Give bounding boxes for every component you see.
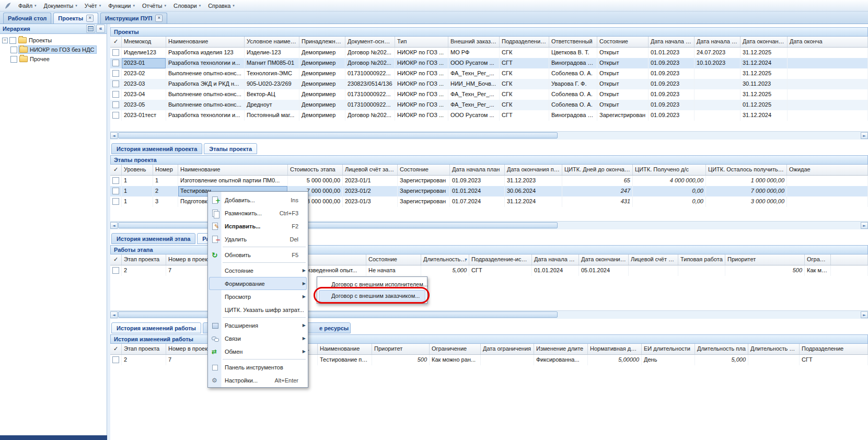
main-tab-2[interactable]: Проекты×	[53, 13, 98, 24]
grid-cell[interactable]: СГТ	[500, 58, 549, 68]
table-row[interactable]: 2023-03Разработка ЭКД и РКД н...905-U020…	[110, 79, 868, 89]
grid-cell[interactable]: 01.09.2023	[450, 176, 505, 186]
grid-cell[interactable]	[678, 265, 725, 276]
grid-cell[interactable]: 2023-01/3	[343, 196, 398, 207]
grid-cell[interactable]: 31.12.2025	[740, 89, 788, 100]
grid-cell[interactable]: 905-U020-23/269	[245, 79, 299, 89]
grid-cell[interactable]: 5,000	[695, 355, 748, 365]
grid-cell[interactable]: Как можно ран...	[430, 355, 481, 365]
grid-cell[interactable]: Выполнение опытно-конс...	[166, 89, 245, 100]
grid-cell[interactable]: Разработка технологии и...	[166, 58, 245, 68]
grid-cell[interactable]	[695, 68, 740, 79]
grid-cell[interactable]: Изделие123	[122, 48, 166, 58]
grid-cell[interactable]: 247	[562, 186, 633, 196]
grid-cell[interactable]: 01.07.2024	[450, 196, 505, 207]
column-header[interactable]: ЦИТК. Получено д/с	[633, 165, 706, 175]
grid-cell[interactable]: Соболева О. А.	[549, 68, 597, 79]
grid-cell[interactable]: НИОКР по ГОЗ ...	[395, 68, 448, 79]
grid-cell[interactable]: 2023-05	[122, 100, 166, 110]
submenu-item[interactable]: Договор с внешним исполнителем...	[319, 279, 425, 290]
grid-cell[interactable]: Демопример	[299, 68, 345, 79]
menubar-item-3[interactable]: Учёт▾	[81, 1, 105, 10]
column-header[interactable]: Наименование	[166, 37, 245, 47]
grid-cell[interactable]: Магнит ПМ085-01	[245, 58, 299, 68]
column-header[interactable]: Дата окончания п	[740, 37, 788, 47]
row-checkbox[interactable]	[112, 101, 119, 108]
grid-cell[interactable]	[695, 100, 740, 110]
tree-node[interactable]: −Проекты	[0, 36, 107, 45]
grid-cell[interactable]: НИОКР по ГОЗ ...	[395, 79, 448, 89]
grid-cell[interactable]: 500	[725, 265, 805, 276]
grid-cell[interactable]: НИОКР по ГОЗ ...	[395, 48, 448, 58]
grid-cell[interactable]: Соболева О. А.	[549, 100, 597, 110]
work-tab-1[interactable]: История изменений этапа	[111, 233, 195, 244]
grid-cell[interactable]	[831, 265, 868, 276]
grid-cell[interactable]: СГТ	[800, 355, 868, 365]
grid-cell[interactable]: 31.12.2023	[505, 176, 562, 186]
grid-cell[interactable]: 01.12.2025	[740, 100, 788, 110]
grid-cell[interactable]: День	[642, 355, 695, 365]
grid-cell[interactable]: 5,000	[421, 265, 469, 276]
row-checkbox[interactable]	[112, 60, 119, 66]
grid-cell[interactable]: СГК	[500, 100, 549, 110]
grid-cell[interactable]: Виноградова А...	[549, 58, 597, 68]
grid-cell[interactable]: Цветкова В. Т.	[549, 48, 597, 58]
context-menu-item[interactable]: ОбновитьF5	[208, 248, 308, 261]
grid-cell[interactable]: 10.10.2023	[695, 58, 740, 68]
close-tab-icon[interactable]: ×	[155, 15, 163, 22]
grid-cell[interactable]: Фиксированна...	[534, 355, 588, 365]
grid-cell[interactable]: 01.01.2023	[649, 48, 695, 58]
scroll-right-icon[interactable]: ►	[861, 222, 868, 229]
row-checkbox[interactable]	[112, 198, 119, 205]
column-header[interactable]: Приоритет	[725, 254, 805, 265]
column-header[interactable]: Ограничение	[430, 344, 481, 354]
grid-cell[interactable]	[695, 79, 740, 89]
column-header[interactable]: Типовая работа	[678, 254, 725, 265]
scroll-left-icon[interactable]: ◄	[110, 222, 118, 229]
grid-cell[interactable]: Выполнение опытно-конс...	[166, 68, 245, 79]
column-header[interactable]: Этап проекта	[122, 254, 166, 265]
grid-cell[interactable]: 01.01.2024	[532, 265, 579, 276]
expander-icon[interactable]: −	[2, 38, 8, 43]
grid-cell[interactable]: 31.12.2024	[740, 110, 788, 121]
grid-cell[interactable]: Зарегистрирован	[398, 196, 450, 207]
grid-cell[interactable]: 2023-04	[122, 89, 166, 100]
column-header[interactable]	[831, 254, 868, 265]
menubar-item-4[interactable]: Функции▾	[105, 1, 138, 10]
grid-cell[interactable]	[788, 58, 868, 68]
grid-cell[interactable]: Постоянный маг...	[245, 110, 299, 121]
grid-cell[interactable]: Открыт	[597, 89, 649, 100]
grid-cell[interactable]: 2023-01	[122, 58, 166, 68]
context-menu-item[interactable]: Расширения▶	[208, 319, 308, 332]
grid-cell[interactable]: Демопример	[299, 100, 345, 110]
grid-cell[interactable]: НИИ_НМ_Бочв...	[448, 79, 500, 89]
context-menu-item[interactable]: ЦИТК. Указать шифр затрат...	[208, 303, 308, 316]
menubar-item-7[interactable]: Справка▾	[204, 1, 238, 10]
column-header[interactable]: Подразделение-от	[500, 37, 549, 47]
context-menu-item[interactable]: Просмотр▶	[208, 290, 308, 303]
grid-cell[interactable]: 24.07.2023	[695, 48, 740, 58]
grid-cell[interactable]: Виноградова А...	[549, 110, 597, 121]
grid-cell[interactable]: Договор №202...	[345, 110, 395, 121]
table-row[interactable]: 2023-05Выполнение опытно-конс...Дредноут…	[110, 100, 868, 110]
column-header[interactable]: Изменение длите	[534, 344, 588, 354]
menubar-item-2[interactable]: Документы▾	[40, 1, 81, 10]
main-tab-3[interactable]: Инструкции ПУП×	[100, 13, 167, 24]
column-header[interactable]: Приоритет	[372, 344, 430, 354]
column-header[interactable]: Дата окончания план	[579, 254, 629, 265]
grid-cell[interactable]: 4 000 000,00	[633, 176, 706, 186]
grid-cell[interactable]: 2	[153, 186, 178, 196]
column-header[interactable]: Подразделение	[800, 344, 868, 354]
grid-cell[interactable]: СГК	[500, 89, 549, 100]
grid-cell[interactable]: 017310000922...	[345, 89, 395, 100]
checkbox-cell[interactable]	[110, 100, 122, 110]
row-checkbox[interactable]	[112, 91, 119, 98]
grid-cell[interactable]: Вектор-АЦ	[245, 89, 299, 100]
column-header[interactable]: Ограничение	[805, 254, 831, 265]
checkbox-cell[interactable]	[110, 68, 122, 79]
grid-cell[interactable]: 31.12.2025	[740, 68, 788, 79]
grid-cell[interactable]: Уварова Г. Ф.	[549, 79, 597, 89]
column-header[interactable]: Дата ограничения	[481, 344, 534, 354]
grid-cell[interactable]: 017310000922...	[345, 100, 395, 110]
row-checkbox[interactable]	[112, 188, 119, 194]
